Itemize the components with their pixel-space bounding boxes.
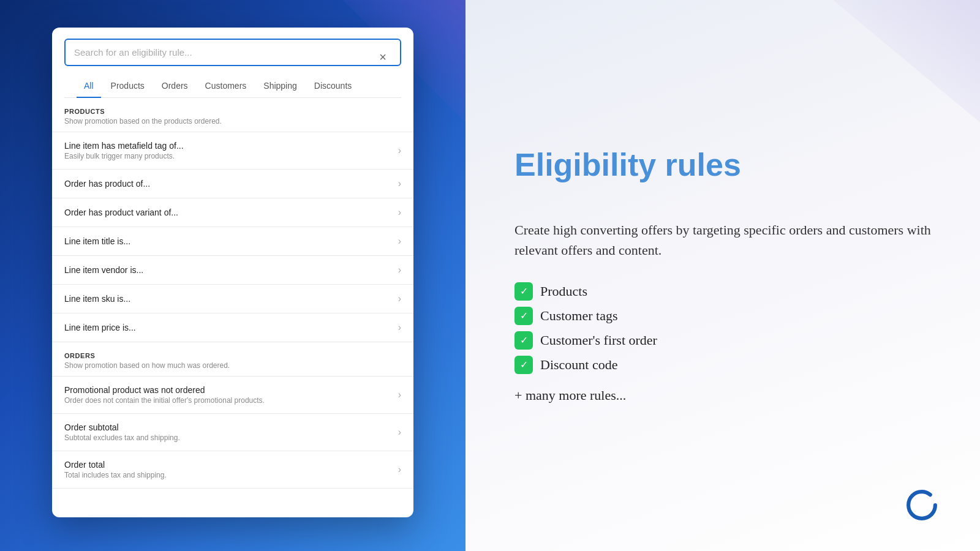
list-item[interactable]: Line item title is... › <box>52 227 413 256</box>
feature-label: Customer's first order <box>540 332 657 348</box>
feature-label: Discount code <box>540 357 617 373</box>
feature-item: ✓ Customer's first order <box>514 331 931 350</box>
list-item-subtitle: Subtotal excludes tax and shipping. <box>64 433 180 442</box>
checkbox-icon: ✓ <box>514 282 533 301</box>
description-text: Create high converting offers by targeti… <box>514 220 931 260</box>
tab-discounts[interactable]: Discounts <box>307 75 359 98</box>
list-item-content: Order has product of... <box>64 179 150 189</box>
list-item[interactable]: Order total Total includes tax and shipp… <box>52 451 413 489</box>
search-wrapper: × <box>64 39 401 66</box>
list-item-content: Line item vendor is... <box>64 265 143 275</box>
list-item[interactable]: Line item sku is... › <box>52 285 413 313</box>
close-button[interactable]: × <box>374 48 391 66</box>
feature-label: Customer tags <box>540 308 618 324</box>
c-logo <box>900 484 943 527</box>
tab-shipping[interactable]: Shipping <box>256 75 304 98</box>
checkbox-icon: ✓ <box>514 307 533 325</box>
feature-item: ✓ Products <box>514 282 931 301</box>
list-item-content: Line item price is... <box>64 323 136 332</box>
list-item-subtitle: Total includes tax and shipping. <box>64 471 167 479</box>
chevron-right-icon: › <box>398 293 401 304</box>
modal: × All Products Orders Customers Shipping… <box>52 28 413 517</box>
list-item-content: Promotional product was not ordered Orde… <box>64 385 265 405</box>
list-item-title: Line item sku is... <box>64 294 130 304</box>
tab-products[interactable]: Products <box>104 75 152 98</box>
eligibility-title: Eligibility rules <box>514 148 931 182</box>
close-icon: × <box>379 50 386 64</box>
list-item-subtitle: Easily bulk trigger many products. <box>64 152 184 160</box>
chevron-right-icon: › <box>398 389 401 400</box>
search-input[interactable] <box>64 39 401 66</box>
chevron-right-icon: › <box>398 236 401 247</box>
list-item-title: Line item title is... <box>64 236 130 246</box>
feature-item: ✓ Discount code <box>514 356 931 374</box>
list-item[interactable]: Order has product variant of... › <box>52 198 413 227</box>
chevron-right-icon: › <box>398 427 401 438</box>
chevron-right-icon: › <box>398 207 401 218</box>
orders-section-header: ORDERS Show promotion based on how much … <box>52 342 413 377</box>
chevron-right-icon: › <box>398 145 401 156</box>
list-item[interactable]: Line item has metafield tag of... Easily… <box>52 132 413 170</box>
list-item[interactable]: Line item vendor is... › <box>52 256 413 285</box>
products-section-subtitle: Show promotion based on the products ord… <box>64 117 401 126</box>
title-line1: Eligibility rules <box>514 147 741 182</box>
chevron-right-icon: › <box>398 322 401 333</box>
list-item-content: Line item title is... <box>64 236 130 246</box>
tab-all[interactable]: All <box>77 75 101 98</box>
list-item[interactable]: Line item price is... › <box>52 313 413 342</box>
list-item-title: Promotional product was not ordered <box>64 385 265 395</box>
list-item-content: Line item sku is... <box>64 294 130 304</box>
features-list: ✓ Products ✓ Customer tags ✓ Customer's … <box>514 282 931 380</box>
feature-label: Products <box>540 283 587 299</box>
list-item[interactable]: Order has product of... › <box>52 170 413 198</box>
list-item-title: Line item price is... <box>64 323 136 332</box>
left-panel: × All Products Orders Customers Shipping… <box>0 0 466 551</box>
products-section-title: PRODUCTS <box>64 108 401 115</box>
list-item-content: Line item has metafield tag of... Easily… <box>64 141 184 160</box>
list-item-title: Line item vendor is... <box>64 265 143 275</box>
chevron-right-icon: › <box>398 264 401 276</box>
products-section-header: PRODUCTS Show promotion based on the pro… <box>52 98 413 132</box>
orders-section-subtitle: Show promotion based on how much was ord… <box>64 361 401 370</box>
list-item-content: Order subtotal Subtotal excludes tax and… <box>64 422 180 442</box>
list-item[interactable]: Order subtotal Subtotal excludes tax and… <box>52 414 413 451</box>
list-item-content: Order total Total includes tax and shipp… <box>64 460 167 479</box>
orders-section-title: ORDERS <box>64 352 401 359</box>
chevron-right-icon: › <box>398 178 401 189</box>
feature-item: ✓ Customer tags <box>514 307 931 325</box>
modal-content: PRODUCTS Show promotion based on the pro… <box>52 98 413 489</box>
list-item-title: Order has product variant of... <box>64 208 178 217</box>
checkbox-icon: ✓ <box>514 356 533 374</box>
list-item-title: Order subtotal <box>64 422 180 432</box>
list-item-title: Order has product of... <box>64 179 150 189</box>
checkbox-icon: ✓ <box>514 331 533 350</box>
list-item-content: Order has product variant of... <box>64 208 178 217</box>
tabs-bar: All Products Orders Customers Shipping D… <box>64 75 401 98</box>
tab-orders[interactable]: Orders <box>154 75 195 98</box>
modal-header: × All Products Orders Customers Shipping… <box>52 28 413 98</box>
right-panel: Eligibility rules Create high converting… <box>466 0 980 551</box>
chevron-right-icon: › <box>398 464 401 475</box>
list-item-title: Line item has metafield tag of... <box>64 141 184 151</box>
list-item[interactable]: Promotional product was not ordered Orde… <box>52 377 413 414</box>
list-item-title: Order total <box>64 460 167 470</box>
more-rules-text: + many more rules... <box>514 388 931 403</box>
tab-customers[interactable]: Customers <box>198 75 254 98</box>
list-item-subtitle: Order does not contain the initial offer… <box>64 396 265 405</box>
